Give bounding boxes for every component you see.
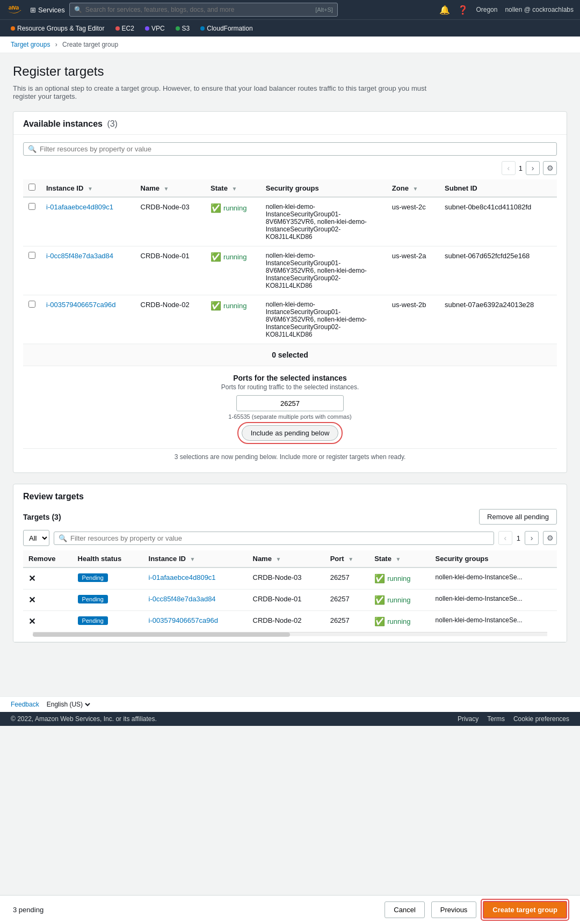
available-filter-input[interactable] (40, 145, 552, 153)
name-cell: CRDB-Node-02 (135, 295, 206, 344)
review-targets-title: Review targets (23, 492, 84, 501)
review-instance-id-cell: i-0cc85f48e7da3ad84 (143, 590, 248, 611)
include-as-pending-button[interactable]: Include as pending below (242, 425, 339, 441)
review-page-number: 1 (517, 534, 520, 542)
review-instance-id-cell: i-003579406657ca96d (143, 611, 248, 632)
privacy-link[interactable]: Privacy (458, 715, 479, 723)
review-port-cell: 26257 (325, 590, 369, 611)
region-selector[interactable]: Oregon (476, 6, 497, 13)
review-port-cell: 26257 (325, 568, 369, 590)
service-bar: Resource Groups & Tag Editor EC2 VPC S3 … (0, 19, 580, 37)
zone-cell: us-west-2a (387, 246, 439, 295)
global-search[interactable]: 🔍 [Alt+S] (69, 3, 338, 17)
language-selector[interactable]: English (US) (45, 700, 92, 709)
ports-input[interactable] (236, 395, 344, 411)
ports-hint: 1-65535 (separate multiple ports with co… (31, 413, 549, 420)
help-icon[interactable]: ❓ (458, 5, 468, 15)
health-badge: Pending (78, 616, 108, 625)
available-filter-bar[interactable]: 🔍 (23, 142, 557, 156)
review-table-wrapper: Remove Health status Instance ID ▼ Name … (23, 550, 557, 632)
scrollbar-thumb (33, 632, 290, 637)
horizontal-scrollbar[interactable] (33, 632, 547, 636)
table-settings-button[interactable]: ⚙ (543, 161, 557, 175)
service-tag-ec2[interactable]: EC2 (111, 23, 139, 34)
notification-icon[interactable]: 🔔 (439, 5, 450, 15)
service-tag-s3[interactable]: S3 (171, 23, 194, 34)
review-name-cell: CRDB-Node-03 (248, 568, 325, 590)
review-prev-page-button[interactable]: ‹ (498, 531, 512, 545)
service-tag-label: EC2 (122, 25, 134, 32)
security-groups-cell: nollen-klei-demo-InstanceSecurityGroup01… (260, 295, 387, 344)
table-row: i-003579406657ca96d CRDB-Node-02 ✅runnin… (23, 295, 557, 344)
state-cell: ✅running (205, 295, 260, 344)
available-pagination: ‹ 1 › ⚙ (23, 161, 557, 175)
page-number: 1 (519, 164, 523, 172)
col-name: Name ▼ (135, 179, 206, 197)
search-input[interactable] (85, 6, 312, 13)
row-checkbox[interactable] (28, 203, 35, 210)
page-title: Register targets (13, 64, 567, 79)
review-port-cell: 26257 (325, 611, 369, 632)
review-next-page-button[interactable]: › (525, 531, 539, 545)
remove-cell[interactable]: ✕ (23, 590, 73, 611)
select-all-checkbox[interactable] (28, 184, 35, 191)
review-col-health: Health status (73, 550, 143, 568)
prev-page-button[interactable]: ‹ (502, 161, 516, 175)
available-instances-title: Available instances (23, 119, 103, 128)
remove-row-button[interactable]: ✕ (28, 595, 35, 605)
ec2-icon (115, 26, 120, 31)
review-settings-button[interactable]: ⚙ (543, 531, 557, 545)
services-label: Services (38, 6, 65, 14)
search-icon: 🔍 (74, 6, 82, 13)
table-row: ✕ Pending i-01afaaebce4d809c1 CRDB-Node-… (23, 568, 557, 590)
remove-row-button[interactable]: ✕ (28, 574, 35, 583)
service-tag-vpc[interactable]: VPC (141, 23, 169, 34)
instance-id-cell: i-003579406657ca96d (41, 295, 135, 344)
main-content: Register targets This is an optional ste… (0, 53, 580, 696)
review-col-name: Name ▼ (248, 550, 325, 568)
remove-all-pending-button[interactable]: Remove all pending (479, 509, 557, 525)
review-security-cell: nollen-klei-demo-InstanceSe... (430, 611, 557, 632)
vpc-icon (145, 26, 149, 31)
col-instance-id: Instance ID ▼ (41, 179, 135, 197)
breadcrumb-separator: › (55, 41, 57, 48)
terms-link[interactable]: Terms (487, 715, 505, 723)
copyright: © 2022, Amazon Web Services, Inc. or its… (11, 715, 157, 723)
ports-sublabel: Ports for routing traffic to the selecte… (31, 383, 549, 391)
health-badge: Pending (78, 595, 108, 603)
table-row: ✕ Pending i-0cc85f48e7da3ad84 CRDB-Node-… (23, 590, 557, 611)
remove-cell[interactable]: ✕ (23, 611, 73, 632)
zone-cell: us-west-2b (387, 295, 439, 344)
cookie-link[interactable]: Cookie preferences (513, 715, 569, 723)
service-tag-resource-groups[interactable]: Resource Groups & Tag Editor (6, 23, 109, 34)
service-tag-label: Resource Groups & Tag Editor (17, 25, 105, 32)
selected-count: 0 selected (23, 344, 557, 366)
search-shortcut: [Alt+S] (315, 6, 333, 13)
services-menu[interactable]: ⊞ Services (30, 6, 65, 14)
service-tag-label: VPC (151, 25, 165, 32)
footer-links: Privacy Terms Cookie preferences (458, 715, 569, 723)
col-zone: Zone ▼ (387, 179, 439, 197)
review-filter-search[interactable]: 🔍 (54, 532, 494, 545)
feedback-link[interactable]: Feedback (11, 701, 39, 708)
filter-search-icon: 🔍 (28, 145, 37, 153)
pending-message: 3 selections are now pending below. Incl… (23, 448, 557, 465)
review-col-remove: Remove (23, 550, 73, 568)
review-filter-input[interactable] (70, 534, 489, 542)
row-checkbox[interactable] (28, 252, 35, 259)
review-targets-card: Review targets Targets (3) Remove all pe… (13, 484, 567, 643)
review-name-cell: CRDB-Node-02 (248, 611, 325, 632)
remove-row-button[interactable]: ✕ (28, 617, 35, 626)
user-menu[interactable]: nollen @ cockroachlabs (505, 6, 574, 13)
remove-cell[interactable]: ✕ (23, 568, 73, 590)
name-cell: CRDB-Node-01 (135, 246, 206, 295)
filter-all-select[interactable]: All (23, 530, 49, 546)
service-tag-cloudformation[interactable]: CloudFormation (196, 23, 257, 34)
row-checkbox[interactable] (28, 301, 35, 308)
breadcrumb-parent[interactable]: Target groups (11, 41, 50, 48)
subnet-id-cell: subnet-07ae6392a24013e28 (439, 295, 557, 344)
subnet-id-cell: subnet-0be8c41cd411082fd (439, 197, 557, 246)
table-row: ✕ Pending i-003579406657ca96d CRDB-Node-… (23, 611, 557, 632)
security-groups-cell: nollen-klei-demo-InstanceSecurityGroup01… (260, 197, 387, 246)
next-page-button[interactable]: › (526, 161, 540, 175)
